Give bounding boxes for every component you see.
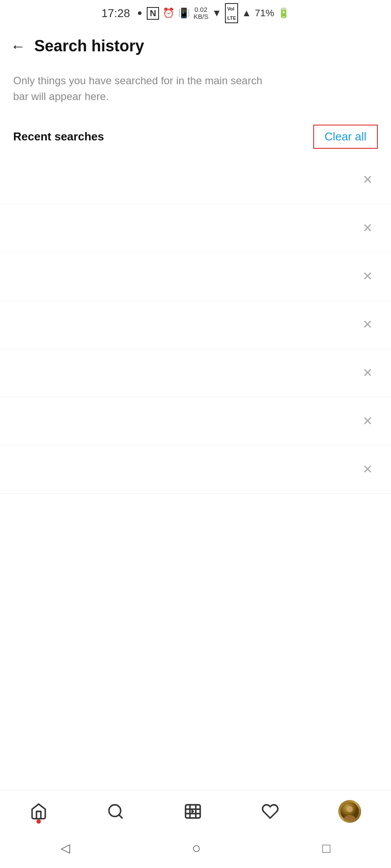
clips-icon	[184, 803, 202, 820]
clear-all-button[interactable]: Clear all	[313, 125, 378, 149]
remove-item-button[interactable]: ✕	[357, 363, 378, 383]
history-list: ✕ ✕ ✕ ✕ ✕ ✕ ✕	[0, 156, 391, 494]
svg-line-1	[119, 815, 122, 818]
history-item: ✕	[0, 252, 391, 301]
svg-point-5	[347, 806, 353, 812]
battery-percentage: 71%	[255, 7, 274, 19]
description-text: Only things you have searched for in the…	[0, 64, 281, 118]
history-item: ✕	[0, 445, 391, 494]
page-title: Search history	[34, 37, 144, 55]
history-item: ✕	[0, 349, 391, 397]
remove-item-button[interactable]: ✕	[357, 170, 378, 190]
lte-icon: VolLTE	[225, 3, 238, 23]
heart-icon	[261, 803, 279, 820]
data-speed: 0.02KB/S	[193, 6, 208, 21]
battery-icon: 🔋	[278, 7, 290, 19]
android-home-button[interactable]: ○	[179, 837, 214, 859]
remove-item-button[interactable]: ✕	[357, 412, 378, 431]
alarm-icon: ⏰	[163, 7, 174, 19]
bottom-navigation: ◁ ○ □	[0, 790, 391, 868]
android-back-button[interactable]: ◁	[47, 838, 83, 858]
page-header: ← Search history	[0, 26, 391, 64]
avatar	[338, 800, 361, 823]
status-dot	[138, 11, 141, 15]
vibrate-icon: 📳	[178, 7, 190, 19]
status-bar: 17:28 N ⏰ 📳 0.02KB/S ▼ VolLTE ▲ 71% 🔋	[0, 0, 391, 26]
history-item: ✕	[0, 397, 391, 445]
nav-item-search[interactable]	[98, 801, 133, 822]
android-recent-button[interactable]: □	[309, 838, 344, 858]
nfc-icon: N	[147, 7, 159, 20]
status-icons: N ⏰ 📳 0.02KB/S ▼ VolLTE ▲ 71% 🔋	[147, 3, 290, 23]
remove-item-button[interactable]: ✕	[357, 219, 378, 238]
history-item: ✕	[0, 301, 391, 349]
wifi-icon: ▼	[212, 7, 222, 19]
nav-item-clips[interactable]	[175, 801, 210, 822]
search-icon	[107, 803, 124, 820]
content-area: Recent searches Clear all ✕ ✕ ✕ ✕ ✕ ✕	[0, 118, 391, 581]
history-item: ✕	[0, 204, 391, 252]
back-button[interactable]: ←	[11, 39, 25, 54]
recent-searches-header: Recent searches Clear all	[0, 118, 391, 156]
status-time: 17:28	[101, 7, 130, 20]
history-item: ✕	[0, 156, 391, 204]
remove-item-button[interactable]: ✕	[357, 267, 378, 286]
nav-item-home[interactable]	[21, 801, 56, 822]
android-nav-bar: ◁ ○ □	[0, 830, 391, 868]
recent-searches-label: Recent searches	[13, 130, 104, 143]
nav-items	[0, 790, 391, 830]
home-notification-dot	[36, 819, 41, 824]
signal-icon: ▲	[242, 7, 251, 19]
remove-item-button[interactable]: ✕	[357, 315, 378, 334]
nav-item-likes[interactable]	[253, 801, 288, 822]
nav-item-profile[interactable]	[329, 798, 370, 825]
remove-item-button[interactable]: ✕	[357, 460, 378, 479]
home-icon	[30, 803, 47, 820]
